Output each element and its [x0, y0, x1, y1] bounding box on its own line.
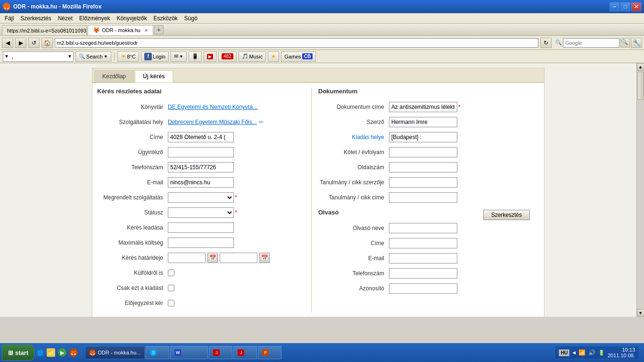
search-button[interactable]: 🔍 Search ▼: [75, 51, 111, 62]
olvaso-cime-input[interactable]: [389, 238, 457, 248]
google-search-button[interactable]: 🔍: [620, 38, 630, 48]
csak-ezt-checkbox[interactable]: [168, 285, 174, 291]
scroll-down-button[interactable]: ▼: [637, 309, 644, 317]
doc-cime-input[interactable]: [389, 102, 457, 112]
kiadas-helye-input[interactable]: [389, 132, 457, 142]
date-from-input[interactable]: [168, 253, 206, 263]
scroll-up-button[interactable]: ▲: [637, 63, 644, 71]
edit-icon[interactable]: ✏: [259, 119, 264, 125]
szolgaltatas-value[interactable]: Debreceni Egyetem Műszaki Főis...: [168, 119, 257, 125]
taskbar-skype-button[interactable]: S: [146, 346, 169, 359]
weather-widget[interactable]: ☀ 8°C: [117, 51, 139, 62]
phone-button[interactable]: 📱: [189, 51, 202, 62]
olvaso-nev-input[interactable]: [389, 223, 457, 233]
browser-tab-2[interactable]: 🦊 ODR - mokka.hu ✕: [88, 25, 153, 35]
telefonszam-input[interactable]: [168, 162, 234, 173]
elonjegyzest-checkbox[interactable]: [168, 300, 174, 306]
close-button[interactable]: ✕: [631, 2, 641, 11]
email-button[interactable]: ✉ ▼: [171, 51, 187, 62]
statusz-select[interactable]: [168, 207, 234, 218]
oldal-input[interactable]: [389, 162, 457, 173]
kulfoldrolis-checkbox[interactable]: [168, 270, 174, 276]
taskbar-odr-button[interactable]: 🦊 ODR - mokka.hu...: [85, 346, 145, 359]
forward-button[interactable]: ▶: [15, 38, 26, 48]
tray-arrow-icon[interactable]: ◀: [572, 350, 576, 355]
tanulmany-szerzo-label: Tanulmány / cikk szerzője: [318, 179, 389, 186]
email-input[interactable]: [168, 177, 234, 188]
new-tab-button[interactable]: +: [154, 25, 164, 34]
refresh-icon[interactable]: ↻: [540, 38, 552, 48]
keres-leadasa-input[interactable]: [168, 222, 234, 233]
minimize-button[interactable]: −: [610, 2, 619, 11]
tanulmany-cime-input[interactable]: [389, 192, 457, 203]
konyvtar-value[interactable]: DE Egyetemi és Nemzeti Könyvtá...: [168, 104, 257, 110]
max-koltseg-input[interactable]: [168, 238, 234, 248]
menu-history[interactable]: Előzmények: [76, 14, 113, 23]
start-button[interactable]: ⊞ start: [2, 345, 34, 361]
counter-button[interactable]: 482: [218, 51, 237, 62]
doc-cime-row: Dokumentum címe *: [318, 101, 539, 113]
window-controls: − □ ✕: [610, 2, 641, 11]
google-search-input[interactable]: [563, 38, 619, 48]
youtube-button[interactable]: ▶: [204, 51, 216, 62]
menu-file[interactable]: Fájl: [2, 14, 17, 23]
home-button[interactable]: 🏠: [41, 38, 53, 48]
tab-kezdolap[interactable]: Kezdőlap: [94, 70, 134, 82]
taskbar-right: HU ◀ 📶 🔊 🔋 10:13 2011.10.08.: [554, 346, 642, 359]
tab-bar: https://m2.bibl.u-e=Szo081011093547 ✕ 🦊 …: [0, 24, 644, 36]
tanulmany-szerzo-input[interactable]: [389, 177, 457, 188]
doc-cime-required: *: [458, 104, 461, 110]
cime-input[interactable]: [168, 132, 234, 142]
szerkesztes-button[interactable]: Szerkesztés: [483, 210, 530, 220]
scroll-thumb[interactable]: [637, 72, 644, 100]
music-button[interactable]: 🎵 Music: [239, 51, 266, 62]
maximize-button[interactable]: □: [620, 2, 630, 11]
lang-indicator[interactable]: HU: [559, 349, 569, 356]
clock-display[interactable]: 10:13 2011.10.08.: [608, 347, 635, 358]
olvaso-telefon-input[interactable]: [389, 268, 457, 279]
menu-tools[interactable]: Eszközök: [150, 14, 180, 23]
quick-launch-firefox[interactable]: 🦊: [69, 348, 78, 357]
tab-2-close[interactable]: ✕: [144, 28, 148, 33]
calendar-to-button[interactable]: 📅: [259, 253, 270, 263]
calendar-from-button[interactable]: 📅: [207, 253, 218, 263]
quick-launch-media[interactable]: ▶: [58, 348, 66, 357]
scrollbar: ▲ ▼: [636, 63, 644, 317]
szerzo-row: Szerző: [318, 116, 539, 128]
menu-view[interactable]: Nézet: [55, 14, 75, 23]
search-dropdown-icon[interactable]: ▼: [104, 54, 108, 59]
facebook-login-button[interactable]: f Login: [141, 51, 169, 62]
taskbar-java2-button[interactable]: J: [233, 346, 257, 359]
page-container: Kezdőlap Új kérés Kérés részletes adatai…: [92, 68, 545, 317]
skype-icon: S: [150, 349, 157, 356]
browser-tab-1[interactable]: https://m2.bibl.u-e=Szo081011093547 ✕: [2, 25, 87, 35]
search-dropdown-arrow[interactable]: ▼: [4, 54, 9, 59]
olvaso-cime-label: Címe: [318, 240, 389, 247]
azonosito-input[interactable]: [389, 283, 457, 294]
toolbar-search-input[interactable]: [10, 52, 66, 61]
firefox-tab-icon: 🦊: [93, 27, 100, 33]
ppt-icon: P: [262, 349, 269, 356]
taskbar-word-button[interactable]: W: [170, 346, 208, 359]
back-button[interactable]: ◀: [2, 38, 13, 48]
menu-bookmarks[interactable]: Könyvjelzők: [114, 14, 149, 23]
taskbar-java1-button[interactable]: J: [209, 346, 232, 359]
system-tray: HU ◀ 📶 🔊 🔋 10:13 2011.10.08.: [554, 346, 639, 359]
menu-help[interactable]: Súgó: [182, 14, 200, 23]
reload-button[interactable]: ↺: [28, 38, 40, 48]
megrendelt-select[interactable]: [168, 192, 234, 203]
menu-edit[interactable]: Szerkesztés: [17, 14, 54, 23]
ugyintez-input[interactable]: [168, 147, 234, 157]
quick-launch-folder[interactable]: 📁: [47, 348, 55, 357]
tab-uj-keres[interactable]: Új kérés: [135, 70, 173, 82]
quick-launch-ie[interactable]: 🌐: [36, 349, 44, 356]
address-input[interactable]: [55, 38, 538, 48]
kotet-input[interactable]: [389, 147, 457, 157]
olvaso-email-input[interactable]: [389, 253, 457, 263]
taskbar-ppt-button[interactable]: P: [258, 346, 281, 359]
toolbar-settings-icon[interactable]: 🔧: [631, 38, 642, 48]
star-button[interactable]: ★: [268, 51, 279, 62]
szerzo-input[interactable]: [389, 117, 457, 127]
games-button[interactable]: Games CB: [281, 51, 316, 62]
date-to-input[interactable]: [220, 253, 257, 263]
